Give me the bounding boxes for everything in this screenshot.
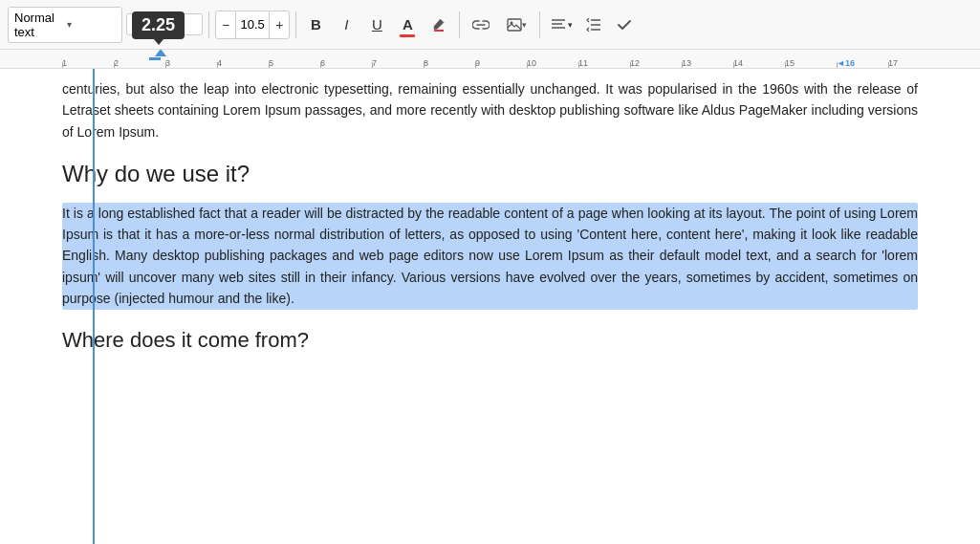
font-label: Arial bbox=[133, 17, 163, 32]
link-button[interactable] bbox=[466, 11, 496, 39]
divider-4 bbox=[539, 11, 540, 38]
underline-button[interactable]: U bbox=[363, 11, 390, 39]
ruler-mark: 6 bbox=[320, 58, 372, 68]
style-dropdown[interactable]: Normal text ▾ bbox=[8, 7, 122, 43]
ruler-mark: 12 bbox=[630, 58, 682, 68]
svg-rect-1 bbox=[508, 19, 521, 31]
font-size-decrease-button[interactable]: − bbox=[216, 11, 235, 38]
heading-where: Where does it come from? bbox=[62, 323, 918, 357]
font-size-container: − + bbox=[215, 11, 290, 39]
ruler-mark: 5 bbox=[269, 58, 320, 68]
checkmark-icon bbox=[617, 18, 632, 32]
align-button[interactable]: ▾ bbox=[546, 11, 577, 39]
ruler-mark: 9 bbox=[475, 58, 527, 68]
ruler-mark: 11 bbox=[578, 58, 630, 68]
ruler-mark: 1 bbox=[62, 58, 114, 68]
image-dropdown-arrow: ▾ bbox=[522, 20, 527, 30]
divider-1 bbox=[208, 11, 209, 38]
font-color-button[interactable]: A bbox=[394, 11, 421, 39]
ruler-mark: 8 bbox=[424, 58, 475, 68]
ruler-mark: 15 bbox=[785, 58, 837, 68]
insert-image-button[interactable]: ▾ bbox=[500, 11, 534, 39]
ruler-mark: 17 bbox=[888, 58, 940, 68]
divider-2 bbox=[295, 11, 296, 38]
font-size-increase-button[interactable]: + bbox=[270, 11, 289, 38]
intro-paragraph: centuries, but also the leap into electr… bbox=[62, 78, 918, 142]
highlight-button[interactable] bbox=[425, 11, 453, 39]
image-icon bbox=[507, 18, 522, 32]
ruler-mark: 13 bbox=[682, 58, 733, 68]
ruler: 1 2 3 4 5 6 7 8 9 10 11 12 13 14 15 ◄16 … bbox=[0, 50, 980, 69]
align-icon bbox=[551, 18, 566, 32]
ruler-mark: 3 bbox=[165, 58, 217, 68]
style-label: Normal text bbox=[14, 11, 63, 39]
font-dropdown-arrow: ▾ bbox=[166, 19, 196, 30]
style-dropdown-arrow: ▾ bbox=[67, 19, 116, 30]
ruler-numbers: 1 2 3 4 5 6 7 8 9 10 11 12 13 14 15 ◄16 … bbox=[0, 50, 980, 68]
divider-3 bbox=[459, 11, 460, 38]
selected-paragraph: It is a long established fact that a rea… bbox=[62, 203, 918, 310]
heading-why: Why do we use it? bbox=[62, 156, 918, 192]
ruler-mark: 10 bbox=[527, 58, 578, 68]
toolbar: Normal text ▾ 2.25 Arial ▾ − + B I U A bbox=[0, 0, 980, 50]
font-size-input[interactable] bbox=[235, 11, 270, 38]
ruler-mark: 7 bbox=[372, 58, 424, 68]
line-spacing-button[interactable] bbox=[581, 11, 606, 39]
indent-bar bbox=[149, 57, 161, 60]
more-options-button[interactable] bbox=[610, 11, 639, 39]
line-spacing-icon bbox=[586, 18, 601, 32]
ruler-mark: ◄16 bbox=[837, 58, 888, 68]
link-icon bbox=[472, 18, 490, 32]
italic-button[interactable]: I bbox=[333, 11, 359, 39]
indent-top-arrow bbox=[155, 50, 166, 56]
document-area[interactable]: centuries, but also the leap into electr… bbox=[0, 69, 980, 544]
font-dropdown[interactable]: Arial ▾ bbox=[126, 13, 203, 35]
ruler-mark: 14 bbox=[733, 58, 785, 68]
bold-button[interactable]: B bbox=[302, 11, 329, 39]
align-dropdown-arrow: ▾ bbox=[568, 20, 573, 30]
highlight-icon bbox=[431, 17, 446, 33]
font-color-indicator bbox=[400, 34, 415, 37]
ruler-mark: 4 bbox=[217, 58, 269, 68]
